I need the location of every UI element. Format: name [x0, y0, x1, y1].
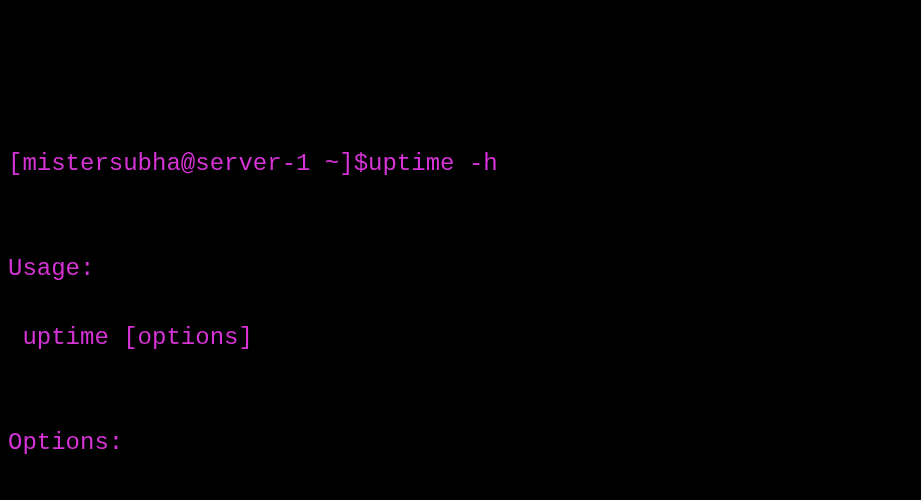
terminal-line-prompt-1: [mistersubha@server-1 ~]$uptime -h — [8, 147, 913, 182]
shell-prompt: [mistersubha@server-1 ~]$ — [8, 150, 368, 177]
entered-command: uptime -h — [368, 150, 498, 177]
usage-line: uptime [options] — [8, 321, 913, 356]
option-pretty: -p, --pretty show uptime in pretty forma… — [8, 495, 913, 500]
options-header: Options: — [8, 426, 913, 461]
usage-header: Usage: — [8, 252, 913, 287]
